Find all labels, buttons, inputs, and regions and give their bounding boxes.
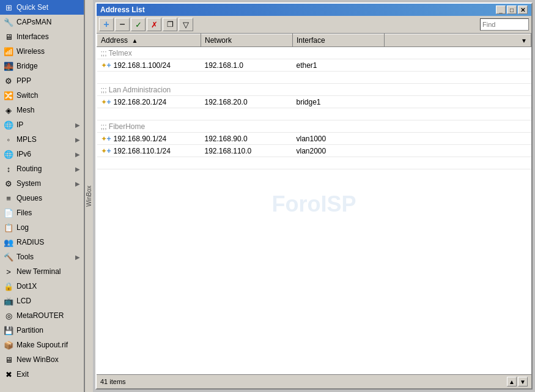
winbox-icon: 🖥	[4, 355, 13, 364]
sidebar-item-make-supout[interactable]: 📦Make Supout.rif	[0, 338, 84, 352]
cell-extra-2-1	[385, 145, 531, 157]
sidebar-item-new-terminal[interactable]: >New Terminal	[0, 264, 84, 279]
sidebar-item-switch[interactable]: 🔀Switch	[0, 88, 84, 103]
sidebar-item-routing[interactable]: ↕Routing▶	[0, 161, 84, 176]
sidebar-label-bridge: Bridge	[17, 62, 38, 70]
sidebar-label-ip: IP	[17, 120, 23, 129]
address-value: 192.168.1.100/24	[114, 61, 171, 70]
add-button[interactable]: +	[99, 18, 114, 31]
add-icon: +	[103, 19, 109, 30]
col-address[interactable]: Address ▲	[97, 34, 201, 47]
status-bar: 41 items ▲ ▼	[97, 374, 531, 388]
cell-address-2-0: ✦+192.168.90.1/24	[97, 133, 201, 145]
address-table: Address ▲ Network Interface	[97, 34, 531, 169]
filter-icon: ▽	[183, 20, 189, 29]
arrow-mpls: ▶	[75, 136, 80, 143]
table-body: ;;; Telmex✦+192.168.1.100/24192.168.1.0e…	[97, 47, 531, 169]
table-row[interactable]: ✦+192.168.20.1/24192.168.20.0bridge1	[97, 96, 531, 108]
title-bar: Address List _ □ ✕	[97, 4, 531, 16]
sidebar-label-ppp: PPP	[17, 76, 31, 85]
sidebar-label-interfaces: Interfaces	[17, 32, 49, 41]
sidebar-label-radius: RADIUS	[17, 238, 44, 246]
sidebar-label-routing: Routing	[17, 165, 42, 173]
watermark: ForoISP	[271, 191, 356, 217]
table-row[interactable]: ✦+192.168.110.1/24192.168.110.0vlan2000	[97, 145, 531, 157]
sidebar-item-ipv6[interactable]: 🌐IPv6▶	[0, 147, 84, 161]
col-extra-dropdown[interactable]: ▼	[521, 37, 527, 44]
address-icon: ✦+	[101, 147, 111, 155]
radius-icon: 👥	[4, 237, 13, 247]
sidebar: ⊞Quick Set🔧CAPsMAN🖥Interfaces📶Wireless🌉B…	[0, 0, 84, 392]
sidebar-item-exit[interactable]: ✖Exit	[0, 367, 84, 382]
minimize-button[interactable]: _	[496, 6, 506, 14]
sidebar-label-files: Files	[17, 209, 32, 217]
sidebar-item-radius[interactable]: 👥RADIUS	[0, 235, 84, 250]
arrow-system: ▶	[75, 180, 80, 187]
wireless-icon: 📶	[4, 46, 13, 56]
sidebar-item-system[interactable]: ⚙System▶	[0, 176, 84, 191]
address-value: 192.168.110.1/24	[114, 147, 171, 155]
sidebar-item-log[interactable]: 📋Log	[0, 220, 84, 235]
log-icon: 📋	[4, 223, 13, 232]
sidebar-item-ip[interactable]: 🌐IP▶	[0, 117, 84, 132]
sidebar-item-wireless[interactable]: 📶Wireless	[0, 44, 84, 59]
disable-button[interactable]: ✗	[147, 18, 161, 31]
capsman-icon: 🔧	[4, 17, 13, 27]
grid-icon: ⊞	[4, 2, 13, 12]
maximize-button[interactable]: □	[507, 6, 517, 14]
terminal-icon: >	[4, 267, 13, 276]
sidebar-label-lcd: LCD	[17, 297, 31, 305]
sidebar-item-new-winbox[interactable]: 🖥New WinBox	[0, 352, 84, 367]
table-container[interactable]: ForoISP Address ▲ Network	[97, 34, 531, 374]
remove-button[interactable]: −	[115, 18, 130, 31]
sidebar-item-queues[interactable]: ≡Queues	[0, 191, 84, 205]
copy-button[interactable]: ❐	[163, 18, 177, 31]
sidebar-label-dot1x: Dot1X	[17, 282, 37, 290]
arrow-ipv6: ▶	[75, 151, 80, 158]
sidebar-item-ppp[interactable]: ⚙PPP	[0, 73, 84, 88]
group-header-1: ;;; Lan Administracion	[97, 84, 531, 96]
sidebar-item-files[interactable]: 📄Files	[0, 205, 84, 220]
cross-icon: ✗	[151, 20, 158, 29]
col-interface[interactable]: Interface	[293, 34, 385, 47]
sidebar-item-lcd[interactable]: 📺LCD	[0, 294, 84, 308]
sidebar-item-dot1x[interactable]: 🔒Dot1X	[0, 279, 84, 294]
empty-row-0	[97, 72, 531, 84]
group-header-2: ;;; FiberHome	[97, 120, 531, 133]
copy-icon: ❐	[167, 20, 174, 29]
sidebar-item-capsman[interactable]: 🔧CAPsMAN	[0, 15, 84, 29]
lcd-icon: 📺	[4, 296, 13, 306]
sidebar-item-metarouter[interactable]: ◎MetaROUTER	[0, 308, 84, 323]
scroll-down-btn[interactable]: ▼	[518, 377, 528, 386]
arrow-ip: ▶	[75, 122, 80, 128]
sidebar-item-mpls[interactable]: ◦MPLS▶	[0, 132, 84, 147]
sidebar-label-switch: Switch	[17, 91, 38, 100]
ip-icon: 🌐	[4, 120, 13, 130]
enable-button[interactable]: ✓	[131, 18, 146, 31]
bridge-icon: 🌉	[4, 61, 13, 71]
address-value: 192.168.20.1/24	[114, 98, 167, 106]
table-row[interactable]: ✦+192.168.1.100/24192.168.1.0ether1	[97, 59, 531, 72]
sidebar-item-mesh[interactable]: ◈Mesh	[0, 103, 84, 117]
sidebar-item-quick-set[interactable]: ⊞Quick Set	[0, 0, 84, 15]
files-icon: 📄	[4, 208, 13, 218]
sidebar-label-system: System	[17, 179, 41, 188]
exit-icon: ✖	[4, 369, 13, 379]
find-input[interactable]	[480, 18, 529, 31]
scroll-up-btn[interactable]: ▲	[507, 377, 517, 386]
sidebar-label-metarouter: MetaROUTER	[17, 311, 64, 320]
cell-interface-1-0: bridge1	[293, 96, 385, 108]
sidebar-item-interfaces[interactable]: 🖥Interfaces	[0, 29, 84, 44]
col-network[interactable]: Network	[201, 34, 293, 47]
table-row[interactable]: ✦+192.168.90.1/24192.168.90.0vlan1000	[97, 133, 531, 145]
sidebar-item-tools[interactable]: 🔨Tools▶	[0, 250, 84, 264]
sidebar-item-partition[interactable]: 💾Partition	[0, 323, 84, 338]
address-list-window: Address List _ □ ✕ + − ✓ ✗ ❐	[95, 2, 533, 390]
sidebar-item-bridge[interactable]: 🌉Bridge	[0, 59, 84, 73]
filter-button[interactable]: ▽	[179, 18, 193, 31]
close-button[interactable]: ✕	[518, 6, 528, 14]
title-controls: _ □ ✕	[496, 6, 528, 14]
sidebar-label-exit: Exit	[17, 370, 29, 379]
sidebar-label-quick-set: Quick Set	[17, 3, 48, 12]
cell-interface-2-0: vlan1000	[293, 133, 385, 145]
